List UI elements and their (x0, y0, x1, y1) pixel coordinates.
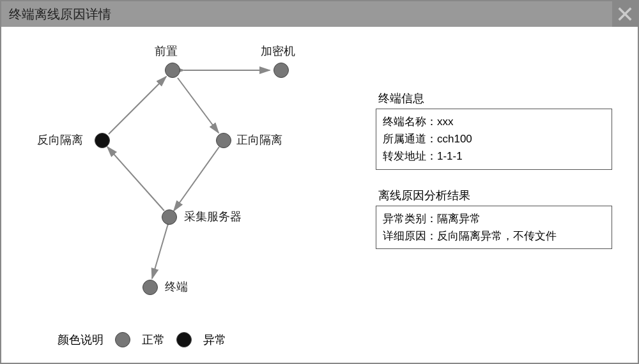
legend-dot-normal (115, 332, 130, 347)
detail-label: 详细原因： (383, 230, 437, 242)
info-panel: 终端信息 终端名称：xxx 所属通道：cch100 转发地址：1-1-1 离线原… (376, 91, 612, 267)
terminal-name-value: xxx (437, 116, 454, 128)
legend-dot-abnormal (176, 332, 192, 347)
node-terminal[interactable] (142, 280, 158, 295)
node-reverse-isolation[interactable] (95, 133, 110, 148)
forward-addr-label: 转发地址： (383, 150, 437, 162)
node-reverse-isolation-label: 反向隔离 (37, 132, 83, 148)
dialog-window: 终端离线原因详情 (0, 0, 639, 364)
svg-line-7 (152, 226, 167, 278)
terminal-info-heading: 终端信息 (376, 91, 612, 106)
svg-line-3 (109, 77, 166, 134)
content-area: 前置 加密机 反向隔离 正向隔离 采集服务器 终端 颜色说明 正常 异常 终端信… (1, 27, 638, 363)
svg-line-4 (178, 78, 219, 133)
connection-arrows (6, 32, 351, 358)
legend-normal-label: 正常 (142, 332, 165, 347)
color-legend: 颜色说明 正常 异常 (58, 332, 226, 347)
terminal-info-box: 终端名称：xxx 所属通道：cch100 转发地址：1-1-1 (376, 109, 612, 170)
node-terminal-label: 终端 (165, 279, 188, 294)
legend-abnormal-label: 异常 (203, 332, 226, 347)
analysis-box: 异常类别：隔离异常 详细原因：反向隔离异常，不传文件 (376, 206, 612, 249)
node-collector-label: 采集服务器 (184, 209, 242, 224)
node-crypto[interactable] (273, 63, 289, 78)
category-label: 异常类别： (383, 213, 437, 225)
detail-value: 反向隔离异常，不传文件 (437, 230, 557, 242)
legend-title: 颜色说明 (58, 332, 104, 347)
analysis-block: 离线原因分析结果 异常类别：隔离异常 详细原因：反向隔离异常，不传文件 (376, 188, 612, 249)
svg-line-5 (107, 147, 164, 211)
node-crypto-label: 加密机 (261, 43, 295, 59)
terminal-info-block: 终端信息 终端名称：xxx 所属通道：cch100 转发地址：1-1-1 (376, 91, 612, 170)
title-bar: 终端离线原因详情 (1, 1, 638, 27)
channel-label: 所属通道： (383, 133, 437, 145)
node-forward-isolation-label: 正向隔离 (236, 132, 282, 148)
analysis-heading: 离线原因分析结果 (376, 188, 612, 203)
category-value: 隔离异常 (437, 213, 481, 225)
channel-value: cch100 (437, 133, 472, 145)
node-front[interactable] (165, 63, 180, 78)
topology-diagram: 前置 加密机 反向隔离 正向隔离 采集服务器 终端 颜色说明 正常 异常 (6, 32, 351, 358)
forward-addr-value: 1-1-1 (437, 150, 463, 162)
terminal-name-label: 终端名称： (383, 116, 437, 128)
dialog-title: 终端离线原因详情 (9, 6, 111, 23)
close-icon[interactable] (612, 1, 638, 27)
node-front-label: 前置 (155, 43, 178, 59)
node-forward-isolation[interactable] (216, 133, 231, 148)
node-collector[interactable] (162, 209, 177, 225)
svg-line-6 (174, 147, 219, 211)
